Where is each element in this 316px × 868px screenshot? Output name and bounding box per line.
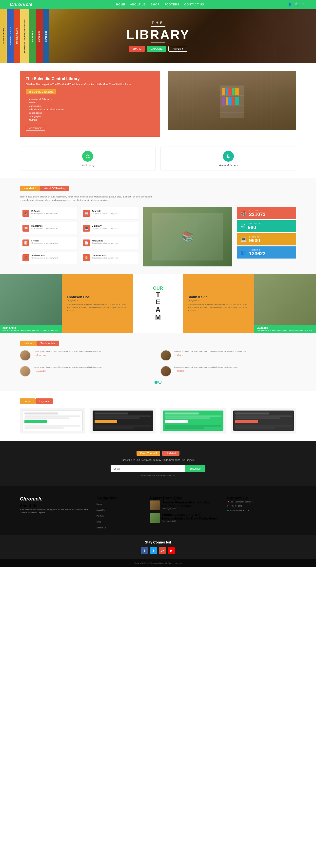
catalogue-button[interactable]: The Library Catalogue [26, 89, 56, 94]
hero-section: KORRESPONDENZ DEUTSCH SYNONYME KORRESPON… [0, 9, 316, 63]
copyright-section: Copyright © 2017 Company Name All Rights… [0, 559, 316, 567]
asian-materials-label: Asian Materials [219, 164, 238, 166]
testimonials-tab[interactable]: Testimonials [37, 341, 60, 346]
elibrary-title: E-Library [92, 225, 118, 227]
magazines2-text: Magazines Groenlepsum is a dummy text [92, 240, 118, 244]
wonderful-section: Wonderful World Of Reading Eram massa ip… [0, 178, 316, 274]
stat-volumes: 📚 VOLUMES 221073 [237, 207, 296, 219]
nav-about[interactable]: About Us [130, 3, 146, 6]
layout-green [161, 408, 226, 434]
blog-date-2: February 09, 2019 [162, 520, 219, 522]
special-collections: ⚖ Law Library ☯ Asian Materials [0, 144, 316, 178]
email-icon: ✉ [227, 509, 229, 512]
twitter-icon[interactable]: t [150, 547, 157, 554]
amplify-button[interactable]: AMPLIFY [168, 46, 187, 52]
footer-nav-contact: Contact Us [97, 524, 143, 530]
cart-icon[interactable]: 🛒 [302, 2, 306, 6]
layout-dark [90, 408, 155, 434]
user-icon[interactable]: 👤 [288, 2, 292, 6]
footer-about-title: About Us [20, 504, 89, 508]
subscribe-button[interactable]: Subscribe [185, 465, 205, 472]
nav-footers[interactable]: Footers [165, 3, 179, 6]
svg-rect-6 [228, 88, 232, 95]
audiobooks-icon: 🎵 [23, 254, 29, 261]
layout-white [20, 408, 85, 434]
footer-nav-links: Home About Us Portfolio Shop Contact Us [97, 500, 143, 530]
collection-asian-materials: ☯ Asian Materials [161, 147, 296, 171]
journals-title: Journals [92, 210, 118, 212]
search-icon[interactable]: 🔍 [295, 2, 299, 6]
book-spine-1: KORRESPONDENZ [0, 9, 7, 63]
dot-2[interactable] [159, 381, 162, 383]
svg-rect-8 [235, 88, 239, 95]
dot-1[interactable] [154, 381, 157, 383]
footer-nav-about-link[interactable]: About Us [97, 509, 105, 511]
testimonial-1-author: — Davidson [34, 354, 102, 356]
nav-logo[interactable]: Chronicle [10, 2, 33, 7]
phone-icon: 📞 [227, 505, 230, 507]
layout-charcoal [231, 408, 296, 434]
blog-thumb-1 [150, 500, 160, 510]
layouts-tab[interactable]: Layouts [36, 398, 53, 404]
youtube-icon[interactable]: ▶ [168, 547, 175, 554]
fiction-desc: Groenlepsum is a dummy text [31, 242, 58, 244]
footer-nav-shop-link[interactable]: Shop [97, 521, 101, 523]
newsletter-email-input[interactable] [111, 465, 185, 472]
newsletter-section: Keep Yourself Updated Subscribe To Our N… [0, 441, 316, 486]
googleplus-icon[interactable]: g+ [159, 547, 166, 554]
testimonial-1: Lorem ipsum dolor sit amet,Etres ipsum v… [20, 350, 155, 361]
blog-date-1: February 09, 2019 [162, 508, 219, 509]
wonderful-intro: Eram massa ipsum, efficitur ex dute vest… [20, 195, 158, 202]
nav-links: Home About Us Shop Footers Contact Us [116, 3, 204, 6]
testimonial-4-quote: Lorem ipsum dolor sit amet, ante, non co… [174, 366, 238, 369]
thomson-designation: Designation [67, 299, 128, 302]
grid-item-elibrary: 💻 E-Library Groenlepsum is a dummy text [80, 222, 138, 234]
facebook-icon[interactable]: f [141, 547, 148, 554]
footer-phone-text: +70 44 8745 [231, 505, 242, 507]
footer: Chronicle About Us Fuile Molestie Arcu M… [0, 486, 316, 535]
comicbooks-title: Comic Books [92, 254, 118, 257]
laura-hill-label: Laura Hill Fuile Molestie Arcu Morbi Dap… [254, 325, 316, 333]
share-button[interactable]: SHARE [129, 46, 145, 52]
testimonial-1-avatar [20, 350, 31, 361]
testimonial-2-avatar [161, 350, 171, 361]
smith-name: Smith Kevin [188, 295, 249, 299]
footer-layouts-section: Footer Layouts [0, 391, 316, 441]
view-more-button[interactable]: VIEW MORE [26, 126, 45, 131]
testimonial-3-quote: Lorem ipsum dolor sit amet,Etres ipsum v… [34, 366, 102, 369]
nav-shop[interactable]: Shop [151, 3, 160, 6]
fiction-title: Fiction [31, 240, 58, 242]
team-section: John Smith Fuile Molestie Arcu Morbi Dap… [0, 274, 316, 333]
explore-button[interactable]: EXPLORE [147, 46, 166, 52]
wonderful-tab-2[interactable]: World Of Reading [40, 186, 69, 191]
magazines2-icon: 📄 [83, 240, 90, 246]
footer-nav-home-link[interactable]: Home [97, 503, 102, 505]
library-section: The Splendid Central Library Billed As T… [0, 63, 316, 144]
layouts-grid [20, 408, 296, 434]
letter-a: A [153, 306, 163, 314]
footer-contact-email: ✉ hello@chronicle.com [227, 509, 296, 512]
thomson-bio: Fuile Molestie Arcu Morbi Dapibus Quisqu… [67, 303, 128, 312]
testimonial-4-avatar [161, 366, 171, 377]
footer-nav-portfolio-link[interactable]: Portfolio [97, 515, 104, 517]
newsletter-subtitle: Subscribe To Our Newsletter To Stay Up-T… [20, 459, 296, 461]
ebooks-stat-icon: 💻 [241, 236, 247, 242]
footer-nav-contact-link[interactable]: Contact Us [97, 527, 106, 529]
comicbooks-icon: 🎨 [83, 254, 90, 261]
svg-rect-10 [226, 97, 227, 105]
svg-rect-4 [222, 88, 225, 95]
catalogue-item-5: Comic Books [26, 111, 154, 115]
nav-home[interactable]: Home [116, 3, 125, 6]
wonderful-tab-1[interactable]: Wonderful [20, 186, 40, 191]
ebooks-icon: 📚 [23, 210, 29, 217]
grid-item-ebooks: 📚 E-Books Groenlepsum is a dummy text [20, 207, 78, 219]
blog-thumb-2 [150, 513, 160, 523]
smith-bio: Fuile Molestie Arcu Morbi Dapibus Quisqu… [188, 303, 249, 312]
visitors-tab[interactable]: Visitors [20, 341, 37, 346]
grid-item-journals: 📰 Journals Groenlepsum is a dummy text [80, 207, 138, 219]
blog-title-1: Sunday Reunion Events In Our Country For… [162, 500, 219, 508]
grid-item-audiobooks: 🎵 Audio Books Groenlepsum is a dummy tex… [20, 252, 78, 264]
nav-contact[interactable]: Contact Us [184, 3, 204, 6]
footer-tab[interactable]: Footer [20, 398, 36, 404]
catalogue-item-7: Journals [26, 118, 154, 122]
